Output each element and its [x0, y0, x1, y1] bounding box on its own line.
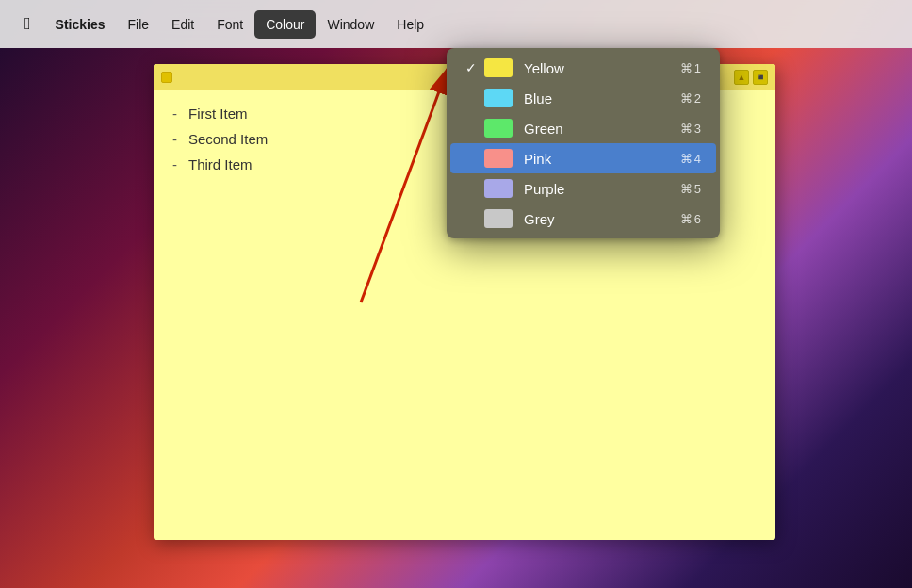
purple-swatch [484, 179, 513, 198]
apple-menu-icon[interactable]:  [15, 10, 41, 39]
sticky-expand-button[interactable]: ◾ [753, 70, 768, 85]
list-dash: - [172, 156, 177, 172]
menubar-item-file[interactable]: File [117, 10, 161, 39]
green-swatch [484, 119, 513, 138]
colour-shortcut-purple: ⌘5 [680, 182, 701, 196]
menubar-item-colour[interactable]: Colour [254, 10, 316, 39]
colour-label-purple: Purple [524, 181, 680, 197]
grey-swatch [484, 209, 513, 228]
sticky-collapse-button[interactable]: ▲ [734, 70, 749, 85]
colour-shortcut-pink: ⌘4 [680, 152, 701, 166]
pink-swatch [484, 149, 513, 168]
menubar-item-edit[interactable]: Edit [160, 10, 205, 39]
colour-label-grey: Grey [524, 211, 680, 227]
sticky-controls: ▲ ◾ [734, 70, 768, 85]
list-item-text: Third Item [188, 156, 252, 172]
menubar-item-help[interactable]: Help [385, 10, 435, 39]
menubar-item-font[interactable]: Font [205, 10, 254, 39]
checkmark-icon: ✓ [465, 60, 484, 75]
colour-shortcut-blue: ⌘2 [680, 91, 701, 106]
list-item-text: First Item [188, 106, 248, 122]
colour-menu-item-green[interactable]: Green ⌘3 [450, 113, 716, 143]
colour-menu-item-blue[interactable]: Blue ⌘2 [450, 83, 716, 113]
colour-shortcut-green: ⌘3 [680, 122, 701, 136]
colour-shortcut-yellow: ⌘1 [680, 61, 701, 75]
list-dash: - [172, 106, 177, 122]
colour-label-green: Green [524, 121, 680, 137]
colour-menu-item-grey[interactable]: Grey ⌘6 [450, 204, 716, 234]
colour-menu-item-pink[interactable]: Pink ⌘4 [450, 143, 716, 173]
menubar-item-stickies[interactable]: Stickies [44, 10, 117, 39]
list-item-text: Second Item [188, 131, 268, 147]
blue-swatch [484, 89, 513, 107]
colour-label-pink: Pink [524, 151, 680, 167]
menubar-item-window[interactable]: Window [316, 10, 385, 39]
sticky-resize-dot[interactable] [161, 72, 172, 83]
colour-dropdown-menu: ✓ Yellow ⌘1 Blue ⌘2 Green ⌘3 Pink ⌘4 [447, 48, 720, 238]
list-dash: - [172, 131, 177, 147]
colour-menu-item-purple[interactable]: Purple ⌘5 [450, 173, 716, 204]
colour-label-blue: Blue [524, 90, 680, 106]
menubar:  Stickies File Edit Font Colour Window … [0, 0, 912, 48]
colour-label-yellow: Yellow [524, 60, 680, 76]
colour-menu-item-yellow[interactable]: ✓ Yellow ⌘1 [450, 53, 716, 83]
yellow-swatch [484, 58, 513, 77]
desktop:  Stickies File Edit Font Colour Window … [0, 0, 912, 588]
colour-shortcut-grey: ⌘6 [680, 212, 701, 226]
